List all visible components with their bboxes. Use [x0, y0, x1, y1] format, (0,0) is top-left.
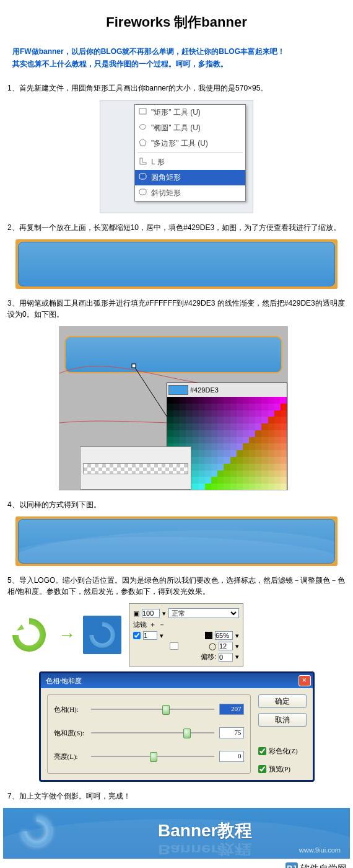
- light-label: 亮度(L):: [54, 752, 86, 761]
- dropdown-caret-icon[interactable]: ▾: [235, 653, 239, 661]
- glow-panel: ▣▾正常 滤镜＋－ ▾▾ ◯▾ 偏移:▾: [129, 603, 243, 666]
- menu-bevel-rect[interactable]: 斜切矩形: [135, 185, 245, 201]
- menu-lshape[interactable]: L 形: [135, 154, 245, 170]
- menu-rect[interactable]: "矩形" 工具 (U): [135, 105, 245, 120]
- close-button[interactable]: ×: [299, 675, 311, 686]
- preview-check[interactable]: 预览(P): [258, 764, 307, 774]
- final-logo: [18, 813, 55, 850]
- menu-rect-label: "矩形" 工具 (U): [151, 108, 201, 117]
- dropdown-caret-icon[interactable]: ▾: [160, 632, 163, 640]
- final-text-reflection: Banner教程: [158, 840, 252, 859]
- softness-circle-icon: ◯: [209, 642, 216, 650]
- intro-box: 用FW做banner，以后你的BLOG就不再那么单调，赶快让你的BLOG丰富起来…: [7, 40, 346, 75]
- menu-polygon-label: "多边形" 工具 (U): [151, 139, 208, 148]
- dialog-titlebar[interactable]: 色相/饱和度 ×: [41, 673, 313, 688]
- logo-transform-row: → ▣▾正常 滤镜＋－ ▾▾ ◯▾ 偏移:▾: [7, 603, 346, 666]
- menu-lshape-label: L 形: [151, 157, 165, 166]
- footer-text: 软件自学网: [300, 863, 347, 869]
- menu-bevel-rect-label: 斜切矩形: [151, 188, 181, 197]
- figure-1-context-menu: "矩形" 工具 (U) "椭圆" 工具 (U) "多边形" 工具 (U) L 形…: [100, 100, 253, 213]
- page-title: Fireworks 制作banner: [0, 13, 353, 32]
- rounded-rect-icon: [139, 172, 147, 180]
- glow-opacity-input[interactable]: [215, 631, 233, 640]
- ok-button[interactable]: 确定: [258, 694, 307, 708]
- final-url: www.9iui.com: [299, 846, 341, 854]
- svg-rect-0: [139, 108, 146, 114]
- opacity-square-icon: ▣: [133, 609, 139, 618]
- hex-value: #429DE3: [190, 386, 219, 394]
- step-2: 2、再复制一个放在上面，长宽都缩短10，居中，填色#429DE3，如图，为了方便…: [7, 222, 346, 233]
- dropdown-caret-icon[interactable]: ▾: [235, 642, 239, 650]
- rect-icon: [139, 107, 147, 115]
- intro-line1: 用FW做banner，以后你的BLOG就不再那么单调，赶快让你的BLOG丰富起来…: [12, 45, 341, 58]
- transparency-strip: [83, 463, 188, 474]
- svg-marker-2: [139, 139, 146, 146]
- menu-polygon[interactable]: "多边形" 工具 (U): [135, 136, 245, 151]
- sat-label: 饱和度(S):: [54, 728, 86, 738]
- svg-rect-5: [132, 364, 136, 368]
- glow-softness-input[interactable]: [219, 642, 233, 650]
- step-4: 4、以同样的方式得到下图。: [7, 499, 346, 510]
- arrow-icon: →: [58, 625, 76, 645]
- footer-logo-icon: RJ: [285, 862, 298, 868]
- menu-ellipse-label: "椭圆" 工具 (U): [151, 123, 201, 132]
- offset-label: 偏移:: [201, 652, 216, 662]
- hue-value[interactable]: 207: [219, 704, 244, 715]
- logo-after-blue: [83, 616, 121, 654]
- glow-color-swatch[interactable]: [205, 632, 212, 639]
- light-value[interactable]: 0: [219, 751, 244, 762]
- filter-label: 滤镜: [133, 620, 147, 629]
- dropdown-caret-icon[interactable]: ▾: [162, 609, 166, 618]
- filter-enable-check[interactable]: [133, 632, 141, 639]
- lshape-icon: [139, 157, 147, 165]
- plus-icon[interactable]: ＋: [149, 620, 156, 629]
- glow-offset-input[interactable]: [219, 653, 233, 662]
- sat-value[interactable]: 75: [219, 727, 244, 738]
- cancel-button[interactable]: 取消: [258, 713, 307, 727]
- page-footer: RJ 软件自学网: [0, 859, 353, 868]
- svg-line-4: [134, 366, 171, 423]
- glow-width-input[interactable]: [143, 631, 157, 640]
- figure-3-gradient-edit: #429DE3: [59, 326, 288, 490]
- svg-rect-3: [139, 174, 146, 179]
- menu-separator: [137, 153, 243, 153]
- figure-4-banner-waved: [15, 516, 338, 566]
- step-1: 1、首先新建文件，用圆角矩形工具画出你banner的大小，我使用的是570×95…: [7, 82, 346, 94]
- svg-point-1: [140, 125, 146, 130]
- menu-rounded-rect[interactable]: 圆角矩形: [135, 170, 245, 185]
- hue-saturation-dialog: 色相/饱和度 × 色相(H): 207 饱和度(S): 75 亮度(L): 0: [39, 671, 315, 782]
- menu-rounded-rect-label: 圆角矩形: [151, 173, 181, 182]
- logo-before-green: [7, 613, 51, 657]
- step-5: 5、导入LOGO。缩小到合适位置。因为是绿色的所以我们要改色，选择标志，然后滤镜…: [7, 575, 346, 597]
- bevel-rect-icon: [139, 188, 147, 196]
- hue-label: 色相(H):: [54, 705, 86, 714]
- dropdown-caret-icon[interactable]: ▾: [235, 632, 239, 640]
- polygon-icon: [139, 138, 147, 146]
- color-box-icon[interactable]: [170, 642, 178, 650]
- intro-line2: 其实也算不上什么教程，只是我作图的一个过程。呵呵，多指教。: [12, 58, 341, 70]
- shape-tools-menu: "矩形" 工具 (U) "椭圆" 工具 (U) "多边形" 工具 (U) L 形…: [134, 104, 246, 202]
- final-banner: Banner教程 Banner教程 www.9iui.com: [3, 808, 350, 859]
- final-text: Banner教程: [158, 819, 252, 843]
- minus-icon[interactable]: －: [159, 620, 165, 629]
- lightness-slider[interactable]: [91, 751, 214, 761]
- slider-group: 色相(H): 207 饱和度(S): 75 亮度(L): 0: [47, 694, 251, 774]
- current-swatch: [168, 385, 188, 395]
- gradient-toolbar: [80, 446, 191, 490]
- hue-slider[interactable]: [91, 704, 214, 714]
- menu-ellipse[interactable]: "椭圆" 工具 (U): [135, 120, 245, 136]
- dialog-title: 色相/饱和度: [46, 676, 82, 686]
- blend-mode-select[interactable]: 正常: [168, 608, 239, 618]
- saturation-slider[interactable]: [91, 728, 214, 738]
- opacity-input[interactable]: [142, 609, 160, 618]
- ellipse-icon: [139, 123, 147, 131]
- figure-2-banner-flat: [15, 239, 338, 289]
- step-3: 3、用钢笔或椭圆工具画出弧形并进行填充#FFFFFF到#429DE3 的线性渐变…: [7, 298, 346, 320]
- colorize-check[interactable]: 彩色化(Z): [258, 746, 307, 756]
- step-7: 7、加上文字做个倒影。呵呵，完成！: [7, 790, 346, 802]
